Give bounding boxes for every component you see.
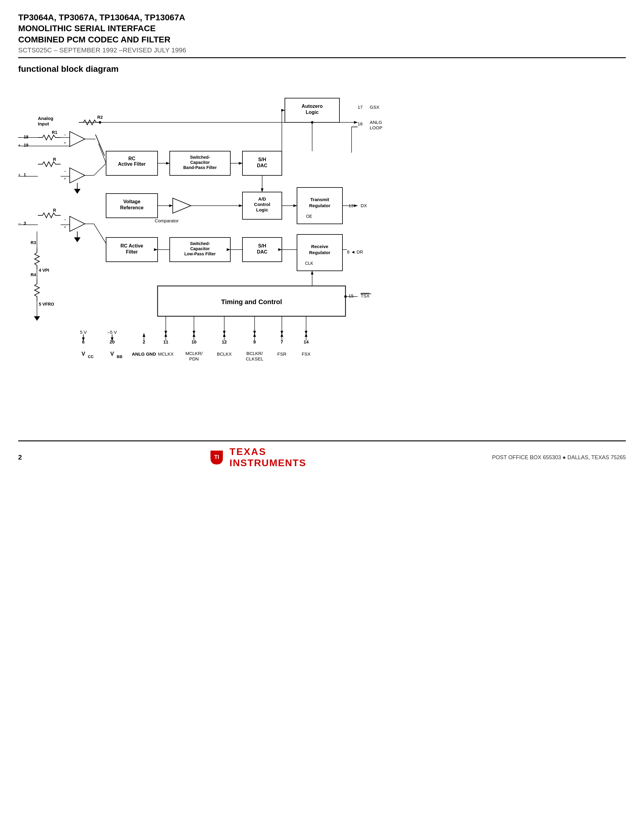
- sh-dac-bot-label1: S/H: [258, 243, 266, 248]
- sh-dac-top-label1: S/H: [258, 157, 266, 162]
- ad-control-label1: A/D: [258, 196, 266, 201]
- opamp-top-plus: +: [64, 141, 66, 145]
- voltage-ref-label2: Reference: [120, 205, 143, 210]
- footer-content: 2 TI TEXAS INSTRUMENTS POST OFFICE BOX 6…: [18, 446, 626, 469]
- voltage-ref-label1: Voltage: [123, 199, 141, 204]
- pin16-label: 16: [357, 121, 363, 126]
- vbb-voltage-label: –5 V: [108, 330, 117, 335]
- vcc-voltage-label: 5 V: [80, 330, 87, 335]
- ti-logo-icon: TI: [208, 449, 226, 466]
- timing-control-label: Timing and Control: [221, 298, 282, 306]
- comparator-label: Comparator: [155, 218, 179, 223]
- diagram-container: Autozero Logic RC Active Filter Switched…: [18, 80, 618, 428]
- junction-analog: [99, 121, 101, 124]
- analog-input-label2: Input: [38, 121, 49, 126]
- junction-az: [311, 121, 313, 124]
- oe-label: OE: [306, 214, 312, 219]
- r-bot-label: R: [53, 208, 56, 213]
- bclkr-label: BCLKR/: [246, 351, 263, 356]
- ad-control-label3: Logic: [256, 207, 268, 212]
- bclkx-label: BCLKX: [217, 351, 232, 357]
- r4-label: R4: [31, 272, 36, 277]
- analog-input-label: Analog: [38, 116, 53, 121]
- pin19-label: 19: [24, 143, 29, 148]
- tsx-junction: [344, 295, 347, 298]
- vfxi-minus-label: VFXI–: [18, 135, 21, 139]
- r3-resistor: [35, 248, 39, 269]
- r1-label: R1: [52, 130, 57, 135]
- anlg-loop-label1: ANLG: [370, 120, 382, 125]
- vbb-label: V: [110, 351, 114, 357]
- opamp-bot: [70, 216, 85, 232]
- mclkr-label: MCLKR/: [185, 351, 203, 356]
- ad-control-label2: Control: [254, 202, 270, 207]
- vfxi-plus-label: VFXI+: [18, 143, 21, 148]
- sh-dac-bot-label2: DAC: [257, 249, 267, 254]
- switched-cap-bp-label2: Capacitor: [190, 160, 210, 165]
- switched-cap-lp-label1: Switched-: [190, 241, 210, 246]
- switched-cap-bp-label3: Band-Pass Filter: [184, 165, 217, 170]
- section-title: functional block diagram: [18, 64, 626, 74]
- sh-dac-top-label2: DAC: [257, 163, 267, 168]
- rc-active-label2: Active Filter: [118, 161, 146, 167]
- opamp-mid-plus: +: [64, 176, 66, 181]
- ground-bot: [74, 238, 80, 242]
- header-rule: [18, 57, 626, 58]
- r1-resistor: [38, 135, 61, 140]
- switched-cap-lp-label3: Low-Pass Filter: [184, 251, 216, 256]
- opamp-top: [70, 132, 85, 146]
- r4-resistor: [35, 279, 39, 301]
- pin4-label: 4 VPI: [39, 268, 49, 273]
- fsr-label: FSR: [277, 351, 287, 357]
- opamp-bot-minus: –: [64, 217, 66, 222]
- vbb-sub-label: BB: [117, 354, 122, 359]
- anlg-gnd-label: ANLG GND: [132, 351, 156, 357]
- opamp-bot-to-rc-bot: [94, 224, 106, 244]
- r-top-label: R: [53, 157, 56, 162]
- header-subtitle: SCTS025C – SEPTEMBER 1992 –REVISED JULY …: [18, 47, 626, 54]
- clk-label: CLK: [305, 261, 313, 265]
- block-diagram-svg: Autozero Logic RC Active Filter Switched…: [18, 80, 618, 428]
- gsx-label: GSX: [370, 105, 380, 109]
- diagonal-slash: [95, 135, 105, 156]
- pin18-label: 18: [24, 135, 29, 139]
- receive-reg-label2: Regulator: [309, 250, 330, 255]
- pin15-label: 15: [349, 293, 354, 298]
- clksel-label: CLKSEL: [246, 356, 263, 361]
- opamp-bot-plus: +: [64, 225, 66, 229]
- opamp-mid: [70, 168, 85, 183]
- fsx-label: FSX: [301, 351, 310, 357]
- opamp-top-minus: –: [64, 132, 66, 137]
- ti-logo-text: TEXAS: [229, 446, 306, 457]
- opamp-mid-to-rc2: [94, 163, 106, 175]
- r-top-resistor: [38, 162, 61, 167]
- vcc-label: V: [82, 351, 85, 357]
- svg-text:TI: TI: [214, 454, 219, 460]
- footer-page: 2: [18, 453, 22, 462]
- pin5-label: 5 VFRO: [39, 302, 54, 307]
- r2-label: R2: [97, 115, 103, 120]
- comparator-symbol: [173, 198, 191, 213]
- ground-mid: [74, 189, 80, 193]
- texas-instruments-logo: TI TEXAS INSTRUMENTS: [208, 446, 306, 469]
- pin17-label: 17: [357, 105, 363, 109]
- autozero-logic-label: Autozero: [301, 104, 323, 109]
- switched-cap-bp-label1: Switched-: [190, 155, 210, 160]
- pin8-label: 8 ◄ DR: [347, 249, 363, 254]
- to-rc-active-top: [98, 143, 106, 163]
- pdn-label: PDN: [189, 356, 199, 361]
- footer-logo: TI TEXAS INSTRUMENTS: [208, 446, 306, 469]
- footer-rule: [18, 441, 626, 441]
- transmit-reg-label2: Regulator: [309, 203, 330, 208]
- rc-active-bot-label1: RC Active: [121, 243, 143, 248]
- dx-label: DX: [361, 203, 367, 208]
- rc-active-label1: RC: [128, 156, 135, 161]
- anlg-loop-label2: LOOP: [370, 125, 382, 130]
- r-bot-resistor: [38, 213, 61, 218]
- mclkx-label: MCLKX: [158, 351, 174, 357]
- autozero-logic-label2: Logic: [306, 109, 319, 115]
- footer-address: POST OFFICE BOX 655303 ● DALLAS, TEXAS 7…: [492, 454, 626, 461]
- ti-logo-text2: INSTRUMENTS: [229, 457, 306, 469]
- vcc-sub-label: CC: [88, 354, 93, 359]
- transmit-reg-label1: Transmit: [310, 197, 329, 202]
